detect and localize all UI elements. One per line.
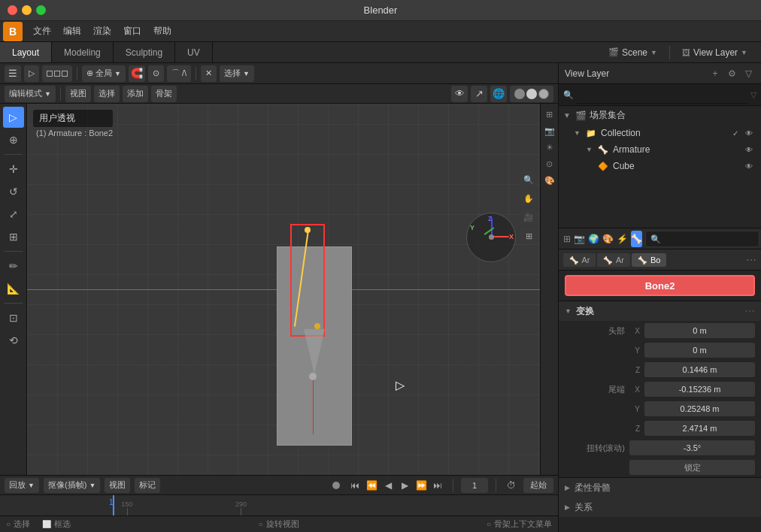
menu-item-edit[interactable]: 编辑 <box>57 23 87 40</box>
menu-item-render[interactable]: 渲染 <box>87 23 117 40</box>
play-backward-btn[interactable]: ◀ <box>380 478 396 493</box>
tab-sculpting[interactable]: Sculpting <box>114 42 175 62</box>
prop-tab-ar1[interactable]: 🦴 Ar <box>563 253 596 267</box>
extrude-btn[interactable]: ⊡ <box>3 307 24 328</box>
jump-end-btn[interactable]: ⏭ <box>430 478 445 493</box>
tab-uv[interactable]: UV <box>175 42 213 62</box>
prop-icon-btn-3[interactable]: 🌍 <box>588 231 599 247</box>
move-tool-btn[interactable]: ✛ <box>3 159 24 180</box>
menu-item-file[interactable]: 文件 <box>27 23 57 40</box>
camera-btn[interactable]: 🎥 <box>520 209 537 225</box>
outliner-filter-btn[interactable]: ▽ <box>741 67 755 80</box>
scene-collection-row[interactable]: ▼ 🎬 场景集合 <box>559 106 761 125</box>
select-mode-right[interactable]: 选择 ▼ <box>220 65 254 82</box>
curve-btn[interactable]: ⌒ /\ <box>167 65 191 82</box>
transform-section-header[interactable]: ▼ 变换 ⋯ <box>559 301 761 321</box>
rt-btn-4[interactable]: ⊙ <box>542 156 557 171</box>
collection-vis-eye[interactable]: 👁 <box>743 127 755 139</box>
select-tool-btn[interactable]: ▷ <box>3 107 24 128</box>
snap-btn[interactable]: 🧲 <box>129 65 145 82</box>
keying-btn[interactable]: 抠像(插帧) ▼ <box>44 478 100 493</box>
axis-gizmo[interactable]: Z X Y <box>466 213 516 262</box>
add-menu-btn[interactable]: 添加 <box>123 86 148 102</box>
prop-icon-btn-4[interactable]: 🎨 <box>602 231 614 247</box>
scene-selector[interactable]: 🎬 Scene ▼ <box>602 47 663 58</box>
soft-body-section[interactable]: ▶ 柔性骨骼 <box>559 478 761 497</box>
timeline-ruler[interactable]: 150 290 <box>0 494 558 515</box>
viewport-3d[interactable]: 用户透视 (1) Armature : Bone2 <box>27 104 540 475</box>
start-frame-label[interactable]: 起始 <box>523 478 553 493</box>
annotate-btn[interactable]: ✏ <box>3 255 24 277</box>
roll-value[interactable]: -3.5° <box>629 440 755 455</box>
cube-vis-eye[interactable]: 👁 <box>743 160 755 172</box>
select-menu-btn[interactable]: 选择 <box>94 86 120 102</box>
rotate-tool-btn[interactable]: ↺ <box>3 181 24 202</box>
skeleton-menu-btn[interactable]: 骨架 <box>151 86 177 102</box>
head-y-value[interactable]: 0 m <box>644 343 755 358</box>
bottom-armature-menu[interactable]: ○ 骨架上下文菜单 <box>487 518 552 530</box>
render-preview-btn[interactable]: ⊞ <box>520 228 537 244</box>
bottom-box-select[interactable]: ⬜ 框选 <box>42 518 71 530</box>
tail-y-value[interactable]: 0.25248 m <box>644 401 755 416</box>
viewport-shading-solid[interactable]: 🌐 <box>490 86 507 102</box>
outliner-settings-btn[interactable]: ⚙ <box>725 67 738 80</box>
xray-toggle[interactable]: ✕ <box>201 65 217 82</box>
view-menu-btn[interactable]: 视图 <box>65 86 91 102</box>
properties-search-input[interactable] <box>645 231 759 247</box>
jump-start-btn[interactable]: ⏮ <box>347 478 362 493</box>
bone-name-field[interactable]: Bone2 <box>565 275 755 296</box>
roll-btn[interactable]: ⟲ <box>3 330 24 351</box>
menu-item-window[interactable]: 窗口 <box>117 23 147 40</box>
prop-icon-btn-1[interactable]: ⊞ <box>563 231 571 247</box>
outliner-filter-icon[interactable]: ▽ <box>750 90 756 100</box>
zoom-btn[interactable]: 🔍 <box>520 171 537 188</box>
next-keyframe-btn[interactable]: ⏩ <box>414 478 429 493</box>
transform-section-dots[interactable]: ⋯ <box>744 305 755 317</box>
transform-tool-btn[interactable]: ⊞ <box>3 226 24 247</box>
select-box-btn[interactable] <box>42 65 72 82</box>
tab-modeling[interactable]: Modeling <box>52 42 114 62</box>
outliner-cube[interactable]: 🔶 Cube 👁 <box>559 158 761 174</box>
pan-btn[interactable]: ✋ <box>520 190 537 207</box>
bottom-select[interactable]: ○ 选择 <box>6 518 30 530</box>
prop-icon-btn-6[interactable]: 🦴 <box>631 231 642 247</box>
rt-btn-1[interactable]: ⊞ <box>542 107 557 122</box>
timeline-view-btn[interactable]: 视图 <box>105 478 130 493</box>
head-x-value[interactable]: 0 m <box>644 323 755 338</box>
select-mode-btn[interactable]: ▷ <box>24 65 39 82</box>
rt-btn-2[interactable]: 📷 <box>542 123 557 138</box>
viewport-menu-btn[interactable]: ☰ <box>5 65 21 82</box>
close-button[interactable] <box>8 5 17 15</box>
outliner-search-input[interactable] <box>577 86 747 104</box>
prev-keyframe-btn[interactable]: ⏪ <box>364 478 379 493</box>
play-btn[interactable]: ▶ <box>397 478 412 493</box>
armature-vis-eye[interactable]: 👁 <box>743 144 755 156</box>
proportional-btn[interactable]: ⊙ <box>148 65 164 82</box>
menu-item-help[interactable]: 帮助 <box>147 23 177 40</box>
timer-btn[interactable]: ⏱ <box>504 478 519 493</box>
maximize-button[interactable] <box>36 5 46 15</box>
shading-mode-btns[interactable] <box>510 86 553 102</box>
outliner-armature[interactable]: ▼ 🦴 Armature 👁 <box>559 141 761 158</box>
prop-icon-btn-2[interactable]: 📷 <box>574 231 585 247</box>
rt-btn-3[interactable]: ☀ <box>542 140 557 155</box>
prop-tab-ar2[interactable]: 🦴 Ar <box>597 253 629 267</box>
head-z-value[interactable]: 0.1446 m <box>644 362 755 377</box>
view-layer-selector[interactable]: 🖼 View Layer ▼ <box>676 47 753 58</box>
tail-z-value[interactable]: 2.4714 m <box>644 421 755 436</box>
minimize-button[interactable] <box>22 5 32 15</box>
playback-btn[interactable]: 回放 ▼ <box>5 478 39 493</box>
outliner-new-btn[interactable]: + <box>708 67 722 80</box>
relations-section[interactable]: ▶ 关系 <box>559 497 761 517</box>
tab-layout[interactable]: Layout <box>0 42 52 62</box>
prop-icon-btn-5[interactable]: ⚡ <box>617 231 628 247</box>
tail-x-value[interactable]: -0.15236 m <box>644 382 755 397</box>
outliner-collection[interactable]: ▼ 📁 Collection ✓ 👁 <box>559 125 761 141</box>
scale-tool-btn[interactable]: ⤢ <box>3 204 24 225</box>
bottom-rotate-view[interactable]: ○ 旋转视图 <box>258 518 299 530</box>
prop-tab-bo[interactable]: 🦴 Bo <box>632 253 667 267</box>
current-frame-display[interactable]: 1 <box>461 478 488 493</box>
overlay-btn[interactable]: 👁 <box>451 86 468 102</box>
collection-vis-checkmark[interactable]: ✓ <box>729 127 741 139</box>
measure-btn[interactable]: 📐 <box>3 278 24 299</box>
